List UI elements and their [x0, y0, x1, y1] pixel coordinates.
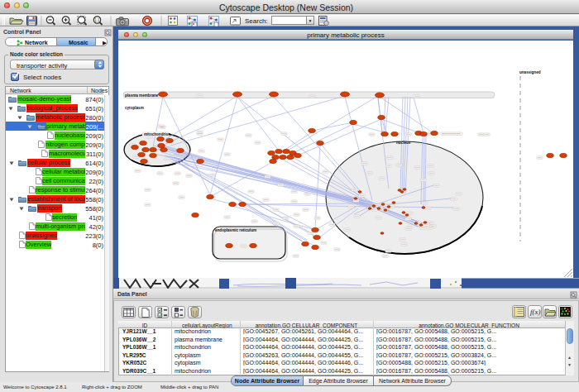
svg-text:endoplasmic reticulum: endoplasmic reticulum [215, 228, 256, 232]
svg-text:unassigned: unassigned [519, 70, 541, 74]
svg-text:nucleus: nucleus [396, 141, 411, 145]
svg-text:cytoplasm: cytoplasm [125, 106, 144, 110]
svg-text:1:1: 1:1 [94, 18, 100, 22]
svg-text:plasma membrane: plasma membrane [125, 93, 159, 98]
